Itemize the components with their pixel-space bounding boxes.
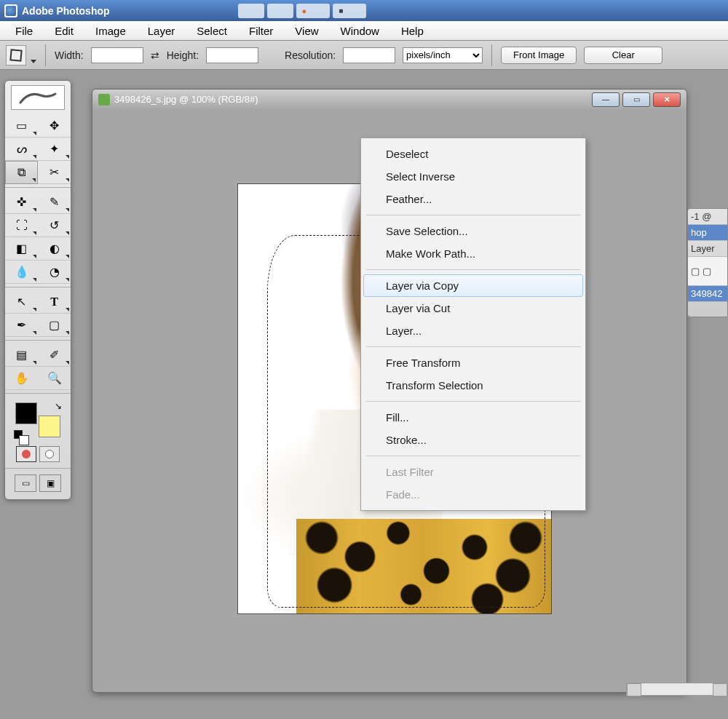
tool-magic-wand[interactable]: ✦ [38,138,71,161]
ctx-layer-via-cut[interactable]: Layer via Cut [363,297,583,319]
os-tabs [238,4,367,18]
tool-zoom[interactable]: 🔍 [38,367,71,390]
os-tab[interactable] [238,4,264,18]
chevron-down-icon[interactable] [31,60,36,63]
tool-move[interactable]: ✥ [38,114,71,138]
tools-palette: ▭ ✥ ᔕ ✦ ⧉ ✂ ✜ ✎ ⛶ ↺ ◧ ◐ 💧 ◔ ↖ T ✒ ▢ ▤ ✐ … [4,80,71,500]
menu-layer[interactable]: Layer [137,22,186,40]
menu-help[interactable]: Help [390,22,435,40]
brush-preview [11,85,65,110]
menu-file[interactable]: File [4,22,44,40]
tool-hand[interactable]: ✋ [5,367,38,390]
peek-row: ▢ ▢ [688,257,727,286]
tool-path-select[interactable]: ↖ [5,290,38,314]
tool-blur[interactable]: 💧 [5,261,38,284]
tool-pen[interactable]: ✒ [5,314,38,337]
os-tab[interactable] [296,4,331,18]
ctx-feather[interactable]: Feather... [363,188,583,210]
separator [5,468,71,469]
color-swatches[interactable]: ↘ [12,400,63,440]
height-input[interactable] [206,47,258,63]
tool-eyedropper[interactable]: ✐ [38,343,71,367]
tool-marquee[interactable]: ▭ [5,114,38,138]
app-title: Adobe Photoshop [22,5,110,17]
crop-tool-preset-icon[interactable] [6,45,26,65]
file-icon [98,94,110,106]
clear-button[interactable]: Clear [584,47,662,64]
os-tab[interactable] [333,4,366,18]
ctx-layer-via-copy[interactable]: Layer via Copy [363,274,583,297]
tool-healing-brush[interactable]: ✜ [5,191,38,214]
menu-image[interactable]: Image [84,22,137,40]
os-tab[interactable] [267,4,293,18]
separator [5,393,71,394]
menu-window[interactable]: Window [330,22,390,40]
tool-brush[interactable]: ✎ [38,191,71,214]
resolution-input[interactable] [343,47,395,63]
ctx-new-layer[interactable]: Layer... [363,319,583,342]
tool-crop[interactable]: ⧉ [5,161,38,184]
context-menu: Deselect Select Inverse Feather... Save … [360,138,586,511]
tool-clone-stamp[interactable]: ⛶ [5,214,38,237]
peek-row: hop [688,225,727,241]
tool-shape[interactable]: ▢ [38,314,71,337]
document-window: 3498426_s.jpg @ 100% (RGB/8#) — ▭ ✕ Dese… [92,89,687,693]
swap-colors-icon[interactable]: ↘ [55,401,62,411]
peek-row: 349842 [688,286,727,302]
quick-mask-button[interactable] [39,446,60,462]
horizontal-scrollbar[interactable] [626,683,728,696]
minimize-button[interactable]: — [592,92,620,107]
separator [491,44,492,66]
separator [45,44,46,66]
separator [5,287,71,287]
ctx-stroke[interactable]: Stroke... [363,429,583,451]
quick-mask-toggle [5,446,71,462]
swap-dimensions-icon[interactable]: ⇄ [151,49,159,61]
screen-mode-standard[interactable]: ▭ [15,474,36,492]
menu-view[interactable]: View [284,22,329,40]
peek-row: -1 @ [688,209,727,225]
default-colors-icon[interactable] [14,430,23,439]
tool-slice[interactable]: ✂ [38,161,71,184]
layers-palette-peek[interactable]: -1 @ hop Layer ▢ ▢ 349842 [687,208,728,317]
tool-history-brush[interactable]: ↺ [38,214,71,237]
screen-mode-switch: ▭ ▣ [5,474,71,492]
tool-dodge[interactable]: ◔ [38,261,71,284]
menu-filter[interactable]: Filter [238,22,284,40]
foreground-color-swatch[interactable] [15,402,37,424]
screen-mode-full[interactable]: ▣ [39,474,61,492]
options-bar: Width: ⇄ Height: Resolution: pixels/inch… [0,41,728,70]
menu-edit[interactable]: Edit [44,22,84,40]
width-input[interactable] [91,47,143,63]
ctx-free-transform[interactable]: Free Transform [363,351,583,374]
width-label: Width: [55,49,84,61]
ctx-save-selection[interactable]: Save Selection... [363,220,583,242]
ctx-select-inverse[interactable]: Select Inverse [363,165,583,188]
menubar: File Edit Image Layer Select Filter View… [0,21,728,41]
tool-lasso[interactable]: ᔕ [5,138,38,161]
peek-row: Layer [688,241,727,257]
front-image-button[interactable]: Front Image [501,47,577,64]
close-button[interactable]: ✕ [653,92,681,107]
height-label: Height: [167,49,199,61]
ctx-last-filter: Last Filter [363,461,583,483]
ctx-make-work-path[interactable]: Make Work Path... [363,242,583,265]
work-area: 3498426_s.jpg @ 100% (RGB/8#) — ▭ ✕ Dese… [0,70,728,719]
document-titlebar[interactable]: 3498426_s.jpg @ 100% (RGB/8#) — ▭ ✕ [92,90,687,109]
maximize-button[interactable]: ▭ [622,92,650,107]
separator [5,187,71,188]
photoshop-logo-icon [4,4,17,17]
tool-notes[interactable]: ▤ [5,343,38,367]
tool-gradient[interactable]: ◐ [38,237,71,261]
resolution-label: Resolution: [285,49,336,61]
resolution-units-select[interactable]: pixels/inch [403,47,483,63]
background-color-swatch[interactable] [39,416,60,437]
menu-select[interactable]: Select [186,22,238,40]
standard-mode-button[interactable] [16,446,36,462]
tool-eraser[interactable]: ◧ [5,237,38,261]
ctx-transform-selection[interactable]: Transform Selection [363,374,583,397]
ctx-fill[interactable]: Fill... [363,406,583,429]
ctx-deselect[interactable]: Deselect [363,143,583,165]
tool-type[interactable]: T [38,290,71,314]
separator [5,340,71,341]
